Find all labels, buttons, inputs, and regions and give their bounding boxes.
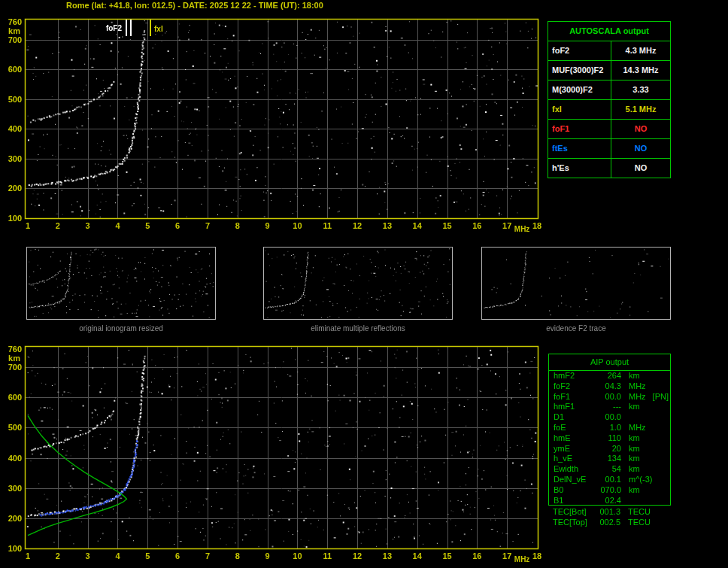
aip-row-unit: km [621, 371, 640, 381]
autoscala-row: ftEsNO [548, 139, 670, 159]
tec-row-label: TEC[Top] [548, 518, 592, 528]
autoscala-row-value: 3.33 [611, 80, 670, 99]
tec-row-label: TEC[Bot] [548, 507, 592, 518]
tec-row: TEC[Bot]001.3TECU [548, 507, 671, 518]
aip-row-label: foF2 [549, 381, 593, 392]
aip-row-unit: km [621, 485, 640, 496]
thumbnail-caption-original: original ionogram resized [26, 324, 216, 333]
aip-row: DelN_vE00.1m^(-3) [549, 475, 670, 485]
aip-row-extra [640, 433, 647, 444]
aip-row-label: h_vE [549, 454, 593, 464]
autoscala-row: foF24.3 MHz [548, 41, 670, 61]
aip-row-extra [629, 412, 635, 423]
tec-row-value: 001.3 [592, 507, 620, 518]
autoscala-row: h'EsNO [548, 159, 670, 178]
autoscala-row-label: foF2 [548, 41, 611, 60]
tec-row: TEC[Top]002.5TECU [548, 518, 671, 528]
aip-row-value: 1.0 [593, 423, 621, 433]
autoscala-row: foF1NO [548, 120, 670, 139]
aip-row-label: B0 [549, 485, 593, 496]
aip-row-value: 00.0 [593, 412, 621, 423]
tec-rows: TEC[Bot]001.3TECUTEC[Top]002.5TECU [548, 507, 671, 527]
aip-row-unit: km [621, 444, 640, 454]
aip-row-label: hmF2 [549, 371, 593, 381]
aip-row: B0070.0km [549, 485, 670, 496]
aip-row-value: 00.1 [593, 475, 621, 485]
aip-row: foF100.0MHz[PN] [549, 392, 670, 402]
aip-row-label: B1 [549, 496, 593, 506]
autoscala-row-value: NO [611, 139, 670, 158]
autoscala-row-value: NO [611, 159, 670, 178]
aip-row-unit: km [621, 402, 640, 412]
aip-row: h_vE134km [549, 454, 670, 464]
aip-row-value: 04.3 [593, 381, 621, 392]
aip-row-unit: MHz [621, 392, 646, 402]
autoscala-row-label: M(3000)F2 [548, 80, 611, 99]
aip-row: hmF1---km [549, 402, 670, 412]
aip-row-value: 070.0 [593, 485, 621, 496]
autoscala-row-label: MUF(3000)F2 [548, 61, 611, 80]
aip-row-extra [640, 485, 647, 496]
autoscala-row-value: 5.1 MHz [611, 100, 670, 119]
aip-row-value: 02.4 [593, 496, 621, 506]
tec-row-unit: TECU [620, 507, 651, 518]
aip-row-value: 264 [593, 371, 621, 381]
aip-row: B102.4 [549, 496, 670, 506]
aip-row-extra: [PN] [646, 392, 669, 402]
aip-row: hmF2264km [549, 371, 670, 381]
aip-row-unit [621, 496, 629, 506]
thumbnail-caption-eliminate-multiples: eliminate multiple reflections [263, 324, 453, 333]
autoscala-row-label: fxl [548, 100, 611, 119]
aip-row-label: ymE [549, 444, 593, 454]
aip-row: Ewidth54km [549, 464, 670, 475]
autoscala-row: fxl5.1 MHz [548, 100, 670, 120]
aip-row-extra [640, 402, 647, 412]
autoscala-row-label: foF1 [548, 120, 611, 138]
aip-row-unit: MHz [621, 381, 646, 392]
autoscala-row-value: 4.3 MHz [611, 41, 670, 60]
aip-row-label: hmE [549, 433, 593, 444]
aip-row: foF204.3MHz [549, 381, 670, 392]
autoscala-screen: { "header": { "title": "Rome (lat: +41.8… [0, 0, 728, 568]
aip-row-label: Ewidth [549, 464, 593, 475]
tec-row-unit: TECU [620, 518, 651, 528]
aip-row: hmE110km [549, 433, 670, 444]
aip-row-unit: km [621, 464, 640, 475]
aip-row-unit: MHz [621, 423, 646, 433]
aip-row-unit [621, 412, 629, 423]
aip-row-label: foE [549, 423, 593, 433]
aip-output-table: AIP output hmF2264kmfoF204.3MHzfoF100.0M… [548, 354, 671, 506]
aip-row-extra [640, 454, 647, 464]
aip-row-label: D1 [549, 412, 593, 423]
aip-row-value: 110 [593, 433, 621, 444]
aip-row-value: 20 [593, 444, 621, 454]
aip-row-value: --- [593, 402, 621, 412]
autoscala-row-value: NO [611, 120, 670, 138]
aip-row-extra [629, 496, 635, 506]
aip-row-extra [640, 371, 647, 381]
aip-row-extra [652, 475, 659, 485]
aip-row-unit: km [621, 433, 640, 444]
aip-row-unit: km [621, 454, 640, 464]
aip-row-unit: m^(-3) [621, 475, 652, 485]
autoscala-row-value: 14.3 MHz [611, 61, 670, 80]
aip-table-title: AIP output [549, 354, 670, 371]
page-title: Rome (lat: +41.8, lon: 012.5) - DATE: 20… [66, 1, 323, 10]
autoscala-table-title: AUTOSCALA output [548, 22, 670, 41]
aip-row-label: foF1 [549, 392, 593, 402]
autoscala-table-rows: foF24.3 MHzMUF(3000)F214.3 MHzM(3000)F23… [548, 41, 670, 178]
aip-row: foE1.0MHz [549, 423, 670, 433]
thumbnail-caption-evidence-f2: evidence F2 trace [481, 324, 671, 333]
aip-row-value: 134 [593, 454, 621, 464]
autoscala-row-label: ftEs [548, 139, 611, 158]
aip-row: D100.0 [549, 412, 670, 423]
autoscala-row: MUF(3000)F214.3 MHz [548, 61, 670, 80]
aip-row-value: 54 [593, 464, 621, 475]
tec-row-value: 002.5 [592, 518, 620, 528]
autoscala-output-table: AUTOSCALA output foF24.3 MHzMUF(3000)F21… [548, 21, 671, 178]
aip-row-extra [640, 464, 647, 475]
aip-row-value: 00.0 [593, 392, 621, 402]
aip-row-extra [646, 381, 653, 392]
aip-table-rows: hmF2264kmfoF204.3MHzfoF100.0MHz[PN]hmF1-… [549, 371, 670, 506]
aip-row-label: DelN_vE [549, 475, 593, 485]
